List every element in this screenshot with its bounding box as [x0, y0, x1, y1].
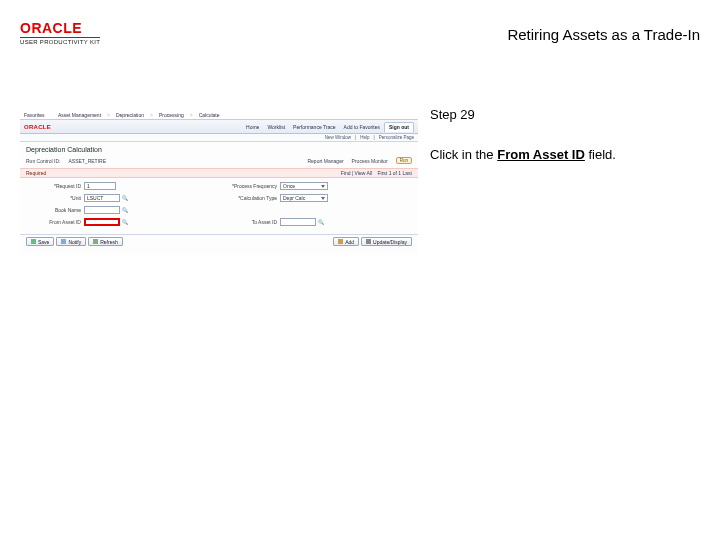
refresh-icon — [93, 239, 98, 244]
book-lookup-icon[interactable]: 🔍 — [121, 206, 129, 214]
add-icon — [338, 239, 343, 244]
tab-sign-out[interactable]: Sign out — [384, 122, 414, 132]
unit-input[interactable]: LSUCT — [84, 194, 120, 202]
link-process-monitor[interactable]: Process Monitor — [352, 158, 388, 164]
from-asset-lookup-icon[interactable]: 🔍 — [121, 218, 129, 226]
to-asset-id-label: To Asset ID — [210, 219, 280, 225]
app-screenshot: Favorites Asset Management > Depreciatio… — [20, 110, 418, 255]
run-control-line: Run Control ID: ASSET_RETIRE Report Mana… — [20, 155, 418, 168]
instruction-panel: Step 29 Click in the From Asset ID field… — [430, 106, 690, 164]
request-id-input[interactable]: 1 — [84, 182, 116, 190]
scroll-header: Required Find | View All First 1 of 1 La… — [20, 168, 418, 178]
update-display-button[interactable]: Update/Display — [361, 237, 412, 246]
add-button[interactable]: Add — [333, 237, 359, 246]
runctrl-value: ASSET_RETIRE — [68, 158, 106, 164]
tab-perf-trace[interactable]: Performance Trace — [289, 122, 340, 132]
process-frequency-label: *Process Frequency — [210, 183, 280, 189]
save-icon — [31, 239, 36, 244]
from-asset-id-input[interactable] — [84, 218, 120, 226]
to-asset-id-input[interactable] — [280, 218, 316, 226]
unit-label: *Unit — [30, 195, 84, 201]
book-name-input[interactable] — [84, 206, 120, 214]
from-asset-id-label: From Asset ID — [30, 219, 84, 225]
link-help[interactable]: Help — [360, 135, 369, 140]
refresh-button[interactable]: Refresh — [88, 237, 123, 246]
scroll-required-label: Required — [26, 170, 46, 176]
tab-add-favorites[interactable]: Add to Favorites — [340, 122, 384, 132]
book-name-label: Book Name — [30, 207, 84, 213]
calculation-type-select[interactable]: Depr Calc — [280, 194, 328, 202]
oracle-upk-logo: ORACLE USER PRODUCTIVITY KIT — [20, 20, 100, 45]
app-header-bar: ORACLE Home Worklist Performance Trace A… — [20, 120, 418, 134]
nav-depreciation[interactable]: Depreciation — [116, 112, 144, 118]
process-frequency-select[interactable]: Once — [280, 182, 328, 190]
notify-button[interactable]: Notify — [56, 237, 86, 246]
util-strip: New Window | Help | Personalize Page — [20, 134, 418, 142]
link-personalize[interactable]: Personalize Page — [379, 135, 414, 140]
upk-subtext: USER PRODUCTIVITY KIT — [20, 37, 100, 45]
notify-icon — [61, 239, 66, 244]
to-asset-lookup-icon[interactable]: 🔍 — [317, 218, 325, 226]
save-button[interactable]: Save — [26, 237, 54, 246]
link-new-window[interactable]: New Window — [325, 135, 351, 140]
nav-processing[interactable]: Processing — [159, 112, 184, 118]
runctrl-label: Run Control ID: — [26, 158, 60, 164]
nav-favorites[interactable]: Favorites — [24, 112, 45, 118]
update-icon — [366, 239, 371, 244]
page-title: Depreciation Calculation — [20, 142, 418, 155]
instruction-text: Click in the From Asset ID field. — [430, 146, 690, 164]
scroll-find[interactable]: Find | View All — [341, 170, 372, 176]
request-id-label: *Request ID — [30, 183, 84, 189]
nav-asset-management[interactable]: Asset Management — [58, 112, 101, 118]
oracle-logo-text: ORACLE — [20, 20, 100, 36]
step-label: Step 29 — [430, 106, 690, 124]
tab-worklist[interactable]: Worklist — [263, 122, 289, 132]
app-oracle-logo: ORACLE — [24, 124, 51, 130]
calculation-type-label: *Calculation Type — [210, 195, 280, 201]
button-bar: Save Notify Refresh Add Update/Display — [20, 234, 418, 248]
scroll-count: First 1 of 1 Last — [378, 170, 412, 176]
breadcrumb-nav: Favorites Asset Management > Depreciatio… — [20, 110, 418, 120]
page-header: ORACLE USER PRODUCTIVITY KIT Retiring As… — [20, 20, 700, 56]
link-report-manager[interactable]: Report Manager — [307, 158, 343, 164]
form-area: *Request ID 1 *Process Frequency Once *U… — [20, 178, 418, 234]
run-button[interactable]: Run — [396, 157, 412, 164]
lesson-title: Retiring Assets as a Trade-In — [507, 26, 700, 43]
nav-calculate[interactable]: Calculate — [199, 112, 220, 118]
tab-home[interactable]: Home — [242, 122, 263, 132]
unit-lookup-icon[interactable]: 🔍 — [121, 194, 129, 202]
